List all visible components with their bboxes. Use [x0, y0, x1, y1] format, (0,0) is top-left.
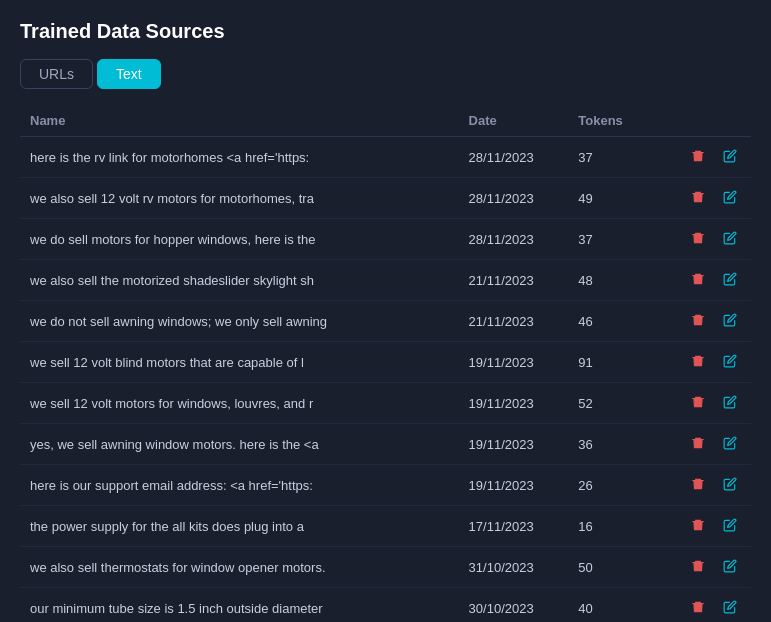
col-header-actions — [641, 105, 751, 137]
col-header-name: Name — [20, 105, 459, 137]
table-row: here is our support email address: <a hr… — [20, 465, 751, 506]
cell-tokens: 52 — [568, 383, 641, 424]
table-row: yes, we sell awning window motors. here … — [20, 424, 751, 465]
delete-button[interactable] — [687, 270, 709, 290]
cell-name: yes, we sell awning window motors. here … — [20, 424, 459, 465]
cell-name: the power supply for the all kits does p… — [20, 506, 459, 547]
edit-button[interactable] — [719, 516, 741, 536]
cell-actions — [641, 547, 751, 588]
cell-name: we sell 12 volt blind motors that are ca… — [20, 342, 459, 383]
cell-actions — [641, 588, 751, 623]
table-row: we also sell the motorized shadeslider s… — [20, 260, 751, 301]
cell-name: our minimum tube size is 1.5 inch outsid… — [20, 588, 459, 623]
table-row: we sell 12 volt blind motors that are ca… — [20, 342, 751, 383]
cell-tokens: 50 — [568, 547, 641, 588]
table-row: we also sell 12 volt rv motors for motor… — [20, 178, 751, 219]
edit-button[interactable] — [719, 188, 741, 208]
cell-date: 17/11/2023 — [459, 506, 569, 547]
cell-name: we also sell 12 volt rv motors for motor… — [20, 178, 459, 219]
table-row: we also sell thermostats for window open… — [20, 547, 751, 588]
table-row: we sell 12 volt motors for windows, louv… — [20, 383, 751, 424]
cell-tokens: 48 — [568, 260, 641, 301]
cell-name: we do sell motors for hopper windows, he… — [20, 219, 459, 260]
table-row: here is the rv link for motorhomes <a hr… — [20, 137, 751, 178]
cell-tokens: 37 — [568, 137, 641, 178]
cell-actions — [641, 178, 751, 219]
cell-name: here is the rv link for motorhomes <a hr… — [20, 137, 459, 178]
table-row: the power supply for the all kits does p… — [20, 506, 751, 547]
delete-button[interactable] — [687, 229, 709, 249]
cell-date: 28/11/2023 — [459, 219, 569, 260]
cell-date: 28/11/2023 — [459, 178, 569, 219]
cell-actions — [641, 465, 751, 506]
edit-button[interactable] — [719, 270, 741, 290]
data-table: Name Date Tokens here is the rv link for… — [20, 105, 751, 622]
cell-actions — [641, 383, 751, 424]
cell-date: 19/11/2023 — [459, 342, 569, 383]
edit-button[interactable] — [719, 352, 741, 372]
edit-button[interactable] — [719, 557, 741, 577]
cell-tokens: 40 — [568, 588, 641, 623]
cell-tokens: 49 — [568, 178, 641, 219]
delete-button[interactable] — [687, 188, 709, 208]
cell-actions — [641, 424, 751, 465]
edit-button[interactable] — [719, 147, 741, 167]
table-header-row: Name Date Tokens — [20, 105, 751, 137]
delete-button[interactable] — [687, 434, 709, 454]
cell-actions — [641, 506, 751, 547]
tab-urls[interactable]: URLs — [20, 59, 93, 89]
cell-date: 31/10/2023 — [459, 547, 569, 588]
edit-button[interactable] — [719, 229, 741, 249]
cell-date: 19/11/2023 — [459, 383, 569, 424]
delete-button[interactable] — [687, 475, 709, 495]
delete-button[interactable] — [687, 598, 709, 618]
tab-text[interactable]: Text — [97, 59, 161, 89]
table-row: we do not sell awning windows; we only s… — [20, 301, 751, 342]
edit-button[interactable] — [719, 434, 741, 454]
edit-button[interactable] — [719, 475, 741, 495]
cell-actions — [641, 342, 751, 383]
delete-button[interactable] — [687, 311, 709, 331]
cell-date: 30/10/2023 — [459, 588, 569, 623]
delete-button[interactable] — [687, 352, 709, 372]
cell-name: we also sell the motorized shadeslider s… — [20, 260, 459, 301]
cell-actions — [641, 219, 751, 260]
cell-date: 21/11/2023 — [459, 301, 569, 342]
table-row: our minimum tube size is 1.5 inch outsid… — [20, 588, 751, 623]
cell-name: we do not sell awning windows; we only s… — [20, 301, 459, 342]
delete-button[interactable] — [687, 147, 709, 167]
table-row: we do sell motors for hopper windows, he… — [20, 219, 751, 260]
page-title: Trained Data Sources — [20, 20, 751, 43]
cell-date: 21/11/2023 — [459, 260, 569, 301]
edit-button[interactable] — [719, 393, 741, 413]
delete-button[interactable] — [687, 557, 709, 577]
delete-button[interactable] — [687, 516, 709, 536]
cell-date: 19/11/2023 — [459, 424, 569, 465]
cell-tokens: 36 — [568, 424, 641, 465]
edit-button[interactable] — [719, 311, 741, 331]
cell-tokens: 16 — [568, 506, 641, 547]
cell-actions — [641, 260, 751, 301]
data-table-container: Name Date Tokens here is the rv link for… — [20, 105, 751, 622]
tab-group: URLs Text — [20, 59, 751, 89]
edit-button[interactable] — [719, 598, 741, 618]
cell-actions — [641, 137, 751, 178]
cell-tokens: 91 — [568, 342, 641, 383]
col-header-date: Date — [459, 105, 569, 137]
cell-tokens: 46 — [568, 301, 641, 342]
cell-name: we sell 12 volt motors for windows, louv… — [20, 383, 459, 424]
cell-date: 19/11/2023 — [459, 465, 569, 506]
cell-name: we also sell thermostats for window open… — [20, 547, 459, 588]
col-header-tokens: Tokens — [568, 105, 641, 137]
cell-tokens: 26 — [568, 465, 641, 506]
cell-actions — [641, 301, 751, 342]
delete-button[interactable] — [687, 393, 709, 413]
cell-name: here is our support email address: <a hr… — [20, 465, 459, 506]
cell-tokens: 37 — [568, 219, 641, 260]
cell-date: 28/11/2023 — [459, 137, 569, 178]
